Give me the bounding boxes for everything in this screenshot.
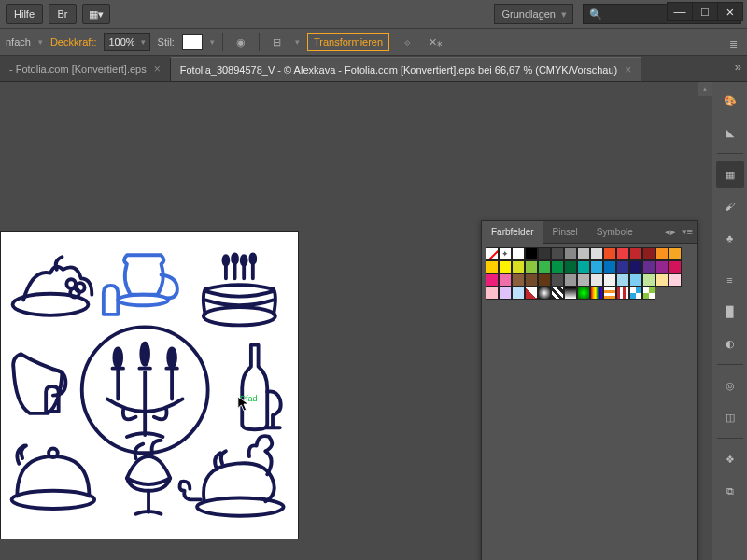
transparency-panel-icon[interactable]: ◐ — [716, 330, 744, 357]
swatch[interactable] — [564, 260, 577, 273]
swatch[interactable] — [486, 287, 499, 300]
close-icon[interactable]: × — [154, 63, 161, 76]
swatch[interactable] — [551, 260, 564, 273]
bridge-button[interactable]: Br — [49, 4, 77, 24]
swatch[interactable] — [551, 287, 564, 300]
panel-tab-brushes[interactable]: Pinsel — [543, 221, 587, 244]
edit-inside-icon[interactable]: ✕⁎ — [425, 32, 445, 52]
swatch[interactable] — [616, 260, 629, 273]
swatch[interactable] — [629, 247, 642, 260]
workspace-picker[interactable]: Grundlagen — [494, 4, 574, 24]
panel-tab-symbols[interactable]: Symbole — [587, 221, 642, 244]
swatch[interactable] — [642, 260, 655, 273]
swatch[interactable] — [603, 247, 616, 260]
swatch[interactable] — [538, 260, 551, 273]
swatch[interactable] — [603, 273, 616, 287]
swatch[interactable] — [499, 260, 512, 273]
swatch[interactable] — [486, 247, 499, 260]
options-bar: nfach ▾ Deckkraft: 100%▾ Stil: ▾ ◉ ⊟▾ Tr… — [0, 28, 747, 56]
swatch[interactable] — [616, 273, 629, 287]
swatch[interactable] — [616, 287, 629, 300]
swatch[interactable] — [629, 273, 642, 287]
swatch[interactable] — [577, 260, 590, 273]
swatch[interactable] — [486, 273, 499, 287]
artwork-candelabra — [82, 327, 208, 453]
transform-button[interactable]: Transformieren — [307, 33, 389, 51]
minimize-button[interactable]: — — [667, 2, 693, 21]
isolate-icon[interactable]: ⟐ — [397, 32, 417, 52]
panel-collapse-icon[interactable]: ◂▸ — [665, 226, 676, 238]
help-menu[interactable]: Hilfe — [6, 4, 43, 24]
swatch[interactable] — [499, 273, 512, 287]
swatch[interactable] — [525, 287, 538, 300]
tab-doc-1[interactable]: - Fotolia.com [Konvertiert].eps × — [0, 57, 170, 81]
layers-panel-icon[interactable]: ❖ — [716, 446, 744, 472]
swatch[interactable] — [486, 260, 499, 273]
panel-tab-swatches[interactable]: Farbfelder — [482, 221, 543, 244]
swatch[interactable] — [551, 247, 564, 260]
swatch[interactable] — [603, 287, 616, 300]
swatch[interactable] — [525, 247, 538, 260]
swatch[interactable] — [603, 260, 616, 273]
swatch[interactable] — [669, 273, 682, 287]
swatch[interactable] — [499, 287, 512, 300]
panel-menu-icon[interactable]: ▾≡ — [682, 226, 693, 238]
scrollbar-vertical[interactable]: ▲ — [698, 82, 712, 560]
swatch[interactable] — [642, 273, 655, 287]
swatch[interactable] — [590, 260, 603, 273]
opacity-value: 100% — [108, 36, 134, 48]
artboards-panel-icon[interactable]: ⧉ — [716, 478, 744, 504]
tab-doc-2[interactable]: Fotolia_30894578_V - © Alexkava - Fotoli… — [170, 57, 642, 81]
swatch[interactable] — [512, 273, 525, 287]
tab-overflow-icon[interactable]: » — [735, 60, 741, 74]
swatch[interactable] — [590, 287, 603, 300]
swatch[interactable] — [512, 260, 525, 273]
swatch[interactable] — [525, 273, 538, 287]
swatch[interactable] — [577, 247, 590, 260]
planet-icon[interactable]: ◉ — [231, 32, 251, 52]
swatch[interactable] — [525, 260, 538, 273]
swatch[interactable] — [655, 260, 669, 273]
swatch[interactable] — [629, 260, 642, 273]
arrange-documents-button[interactable]: ▦▾ — [82, 4, 110, 24]
style-swatch[interactable] — [182, 34, 203, 50]
swatch[interactable] — [642, 287, 655, 300]
swatch[interactable] — [538, 287, 551, 300]
close-icon[interactable]: × — [625, 63, 631, 77]
scroll-up-icon[interactable]: ▲ — [698, 82, 712, 96]
swatch[interactable] — [538, 247, 551, 260]
swatch[interactable] — [655, 247, 669, 260]
appearance-panel-icon[interactable]: ◎ — [716, 372, 744, 399]
swatch[interactable] — [499, 247, 512, 260]
maximize-button[interactable]: □ — [692, 2, 718, 21]
symbols-panel-icon[interactable]: ♣ — [716, 225, 744, 251]
swatch[interactable] — [655, 273, 669, 287]
swatch[interactable] — [642, 247, 655, 260]
swatch[interactable] — [669, 247, 682, 260]
swatch[interactable] — [577, 273, 590, 287]
opacity-field[interactable]: 100%▾ — [104, 33, 149, 51]
swatch[interactable] — [629, 287, 642, 300]
stroke-panel-icon[interactable]: ≡ — [716, 267, 744, 293]
swatch[interactable] — [590, 247, 603, 260]
swatch[interactable] — [512, 287, 525, 300]
swatch[interactable] — [512, 247, 525, 260]
swatch[interactable] — [564, 247, 577, 260]
swatch[interactable] — [577, 287, 590, 300]
panel-menu-icon[interactable]: ≣ — [723, 34, 743, 54]
swatch[interactable] — [616, 247, 629, 260]
color-panel-icon[interactable]: 🎨 — [716, 88, 744, 114]
swatch[interactable] — [669, 260, 682, 273]
swatch[interactable] — [564, 287, 577, 300]
close-button[interactable]: × — [717, 2, 743, 21]
align-icon[interactable]: ⊟ — [267, 32, 288, 52]
brushes-panel-icon[interactable]: 🖌 — [716, 193, 744, 219]
swatch[interactable] — [590, 273, 603, 287]
gradient-panel-icon[interactable]: ▉ — [716, 299, 744, 325]
color-guide-icon[interactable]: ◣ — [716, 119, 744, 146]
swatch[interactable] — [551, 273, 564, 287]
swatches-panel-icon[interactable]: ▦ — [716, 161, 744, 188]
swatch[interactable] — [564, 273, 577, 287]
swatch[interactable] — [538, 273, 551, 287]
graphic-styles-icon[interactable]: ◫ — [716, 404, 744, 430]
